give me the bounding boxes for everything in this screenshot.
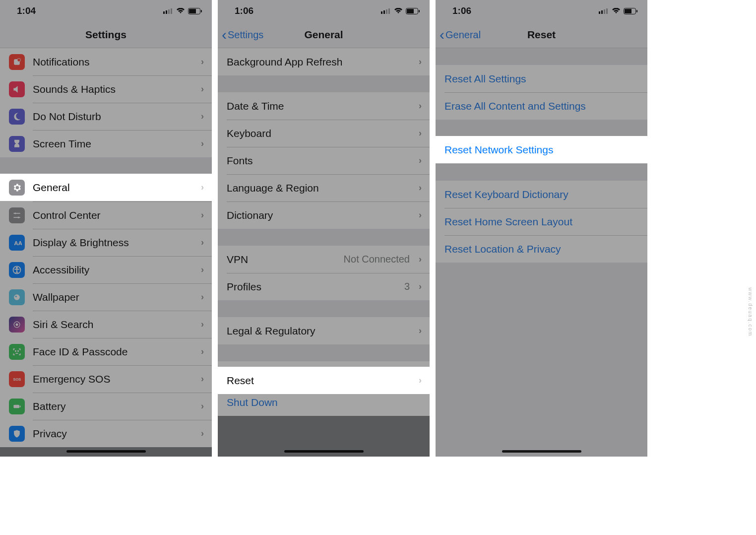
controlcenter-icon xyxy=(9,207,25,223)
row-reset-highlight[interactable]: Reset › xyxy=(218,367,430,394)
status-icons xyxy=(599,8,637,14)
svg-rect-6 xyxy=(201,10,202,12)
row-controlcenter[interactable]: Control Center› xyxy=(0,201,212,229)
row-profiles[interactable]: Profiles3› xyxy=(218,273,430,300)
sounds-icon xyxy=(9,81,25,97)
row-datetime[interactable]: Date & Time› xyxy=(218,92,430,120)
row-language[interactable]: Language & Region› xyxy=(218,174,430,201)
chevron-right-icon: › xyxy=(419,155,422,166)
svg-point-20 xyxy=(16,323,18,326)
reset-screen: 1:06 ‹General Reset Reset All Settings E… xyxy=(436,0,647,457)
svg-text:AA: AA xyxy=(14,240,22,246)
row-siri[interactable]: Siri & Search› xyxy=(0,311,212,338)
row-keyboard[interactable]: Keyboard› xyxy=(218,120,430,147)
svg-rect-5 xyxy=(189,9,196,13)
status-time: 1:06 xyxy=(235,5,253,16)
row-accessibility[interactable]: Accessibility› xyxy=(0,256,212,283)
row-detail: Not Connected xyxy=(344,254,410,265)
row-reset-location[interactable]: Reset Location & Privacy xyxy=(436,235,647,263)
chevron-right-icon: › xyxy=(419,281,422,292)
svg-rect-36 xyxy=(606,8,608,14)
row-faceid[interactable]: Face ID & Passcode› xyxy=(0,338,212,365)
svg-rect-38 xyxy=(625,9,631,13)
svg-rect-28 xyxy=(386,9,387,14)
back-button[interactable]: ‹Settings xyxy=(222,22,263,48)
row-legal[interactable]: Legal & Regulatory› xyxy=(218,317,430,344)
row-general-highlight[interactable]: General › xyxy=(0,174,212,201)
svg-point-21 xyxy=(15,350,16,351)
row-reset-keyboard[interactable]: Reset Keyboard Dictionary xyxy=(436,181,647,208)
svg-rect-25 xyxy=(20,405,21,407)
svg-rect-32 xyxy=(419,10,420,12)
chevron-right-icon: › xyxy=(419,183,422,193)
row-screentime[interactable]: Screen Time› xyxy=(0,130,212,157)
svg-rect-2 xyxy=(168,9,170,14)
status-time: 1:04 xyxy=(17,5,36,16)
home-indicator[interactable] xyxy=(502,450,581,453)
sos-icon: SOS xyxy=(9,371,25,387)
svg-rect-1 xyxy=(166,10,167,14)
row-reset-homescreen[interactable]: Reset Home Screen Layout xyxy=(436,208,647,235)
chevron-right-icon: › xyxy=(201,182,204,193)
home-indicator[interactable] xyxy=(284,450,364,453)
chevron-right-icon: › xyxy=(201,428,204,439)
row-fonts[interactable]: Fonts› xyxy=(218,147,430,174)
chevron-right-icon: › xyxy=(419,375,422,386)
general-screen: 1:06 ‹Settings General Background App Re… xyxy=(218,0,430,457)
row-sos[interactable]: SOSEmergency SOS› xyxy=(0,365,212,393)
section-gap xyxy=(436,263,647,457)
watermark: www.deuaq.com xyxy=(748,287,753,336)
chevron-right-icon: › xyxy=(201,319,204,330)
svg-rect-33 xyxy=(599,11,600,14)
section-gap xyxy=(436,120,647,136)
svg-rect-26 xyxy=(381,11,382,14)
row-display[interactable]: AADisplay & Brightness› xyxy=(0,229,212,256)
svg-rect-11 xyxy=(13,213,20,214)
chevron-right-icon: › xyxy=(201,138,204,149)
row-detail: 3 xyxy=(404,281,410,292)
chevron-right-icon: › xyxy=(201,292,204,302)
row-vpn[interactable]: VPNNot Connected› xyxy=(218,246,430,273)
home-indicator[interactable] xyxy=(66,450,146,453)
row-battery[interactable]: Battery› xyxy=(0,393,212,420)
wallpaper-icon xyxy=(9,289,25,305)
row-dnd[interactable]: Do Not Disturb› xyxy=(0,103,212,130)
svg-point-16 xyxy=(16,267,18,268)
svg-rect-0 xyxy=(163,11,165,14)
chevron-right-icon: › xyxy=(201,57,204,67)
status-bar: 1:06 xyxy=(436,0,647,22)
row-privacy[interactable]: Privacy› xyxy=(0,420,212,447)
chevron-right-icon: › xyxy=(201,84,204,94)
row-bg-refresh[interactable]: Background App Refresh› xyxy=(218,48,430,75)
nav-bar: Settings xyxy=(0,22,212,48)
row-wallpaper[interactable]: Wallpaper› xyxy=(0,283,212,311)
chevron-right-icon: › xyxy=(201,210,204,220)
row-reset-network-highlight[interactable]: Reset Network Settings xyxy=(436,136,647,163)
chevron-right-icon: › xyxy=(419,326,422,336)
row-erase-all[interactable]: Erase All Content and Settings xyxy=(436,92,647,120)
general-icon xyxy=(9,180,25,196)
svg-rect-29 xyxy=(388,8,390,14)
svg-rect-39 xyxy=(636,10,637,12)
chevron-right-icon: › xyxy=(201,374,204,384)
svg-rect-35 xyxy=(604,9,605,14)
status-bar: 1:04 xyxy=(0,0,212,22)
nav-bar: ‹Settings General xyxy=(218,22,430,48)
chevron-right-icon: › xyxy=(419,101,422,111)
nav-title: Reset xyxy=(527,29,556,41)
svg-text:SOS: SOS xyxy=(13,377,21,382)
row-label: Reset xyxy=(227,375,254,387)
svg-rect-34 xyxy=(601,10,603,14)
status-icons xyxy=(163,8,202,14)
section-gap xyxy=(436,164,647,181)
row-notifications[interactable]: Notifications› xyxy=(0,48,212,75)
row-reset-all[interactable]: Reset All Settings xyxy=(436,65,647,92)
row-sounds[interactable]: Sounds & Haptics› xyxy=(0,75,212,103)
back-button[interactable]: ‹General xyxy=(440,22,481,48)
chevron-right-icon: › xyxy=(201,237,204,248)
row-dictionary[interactable]: Dictionary› xyxy=(218,201,430,229)
siri-icon xyxy=(9,317,25,333)
chevron-right-icon: › xyxy=(201,111,204,122)
settings-screen: 1:04 Settings Notifications› Sounds & Ha… xyxy=(0,0,212,457)
svg-point-8 xyxy=(17,58,21,62)
